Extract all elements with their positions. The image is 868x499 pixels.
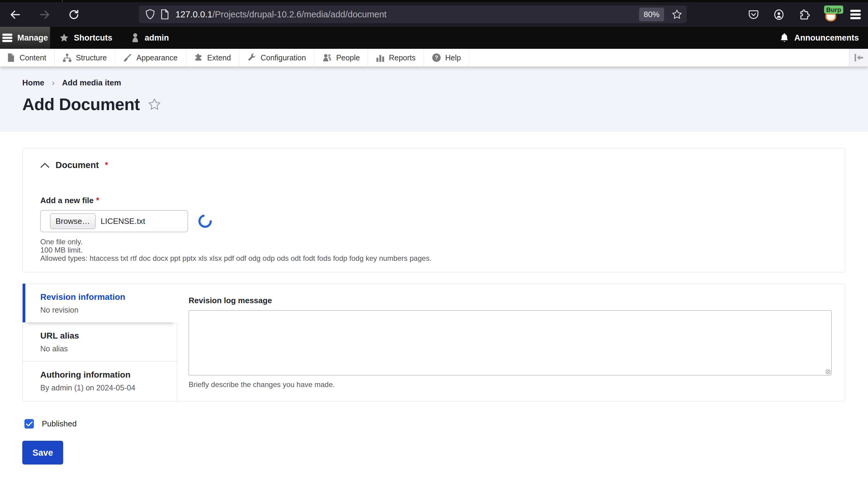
menu-item-label: Structure bbox=[76, 53, 107, 62]
user-icon bbox=[131, 33, 140, 43]
hamburger-icon bbox=[2, 33, 12, 42]
url-bar[interactable]: 127.0.0.1/Projects/drupal-10.2.6/media/a… bbox=[139, 5, 687, 23]
pocket-icon[interactable] bbox=[748, 9, 759, 21]
revision-information-pane: Revision log message Briefly describe th… bbox=[177, 284, 845, 401]
menu-item-reports[interactable]: Reports bbox=[368, 49, 424, 66]
save-button[interactable]: Save bbox=[22, 441, 63, 464]
extensions-puzzle-icon[interactable] bbox=[798, 9, 810, 21]
menu-item-label: Configuration bbox=[261, 53, 306, 62]
document-legend-toggle[interactable]: Document * bbox=[40, 160, 827, 170]
breadcrumb-separator: › bbox=[51, 77, 55, 88]
bookmark-star-icon[interactable] bbox=[671, 9, 682, 20]
collapse-left-icon bbox=[854, 53, 864, 62]
forward-arrow-icon bbox=[38, 9, 51, 21]
upload-progress-spinner bbox=[195, 212, 215, 231]
menu-item-people[interactable]: People bbox=[314, 49, 368, 66]
foxyproxy-extension-icon[interactable]: Burp bbox=[823, 8, 837, 21]
menu-item-label: Extend bbox=[207, 53, 231, 62]
browse-button[interactable]: Browse… bbox=[50, 214, 96, 229]
selected-file-name: LICENSE.txt bbox=[101, 217, 145, 226]
reload-button[interactable] bbox=[67, 8, 81, 21]
file-help-line: One file only. bbox=[40, 238, 827, 246]
browser-toolbar: 127.0.0.1/Projects/drupal-10.2.6/media/a… bbox=[0, 0, 868, 27]
forward-button[interactable] bbox=[38, 8, 51, 21]
breadcrumb-current: Add media item bbox=[62, 78, 121, 87]
shield-icon[interactable] bbox=[145, 9, 155, 20]
toolbar-item-announcements[interactable]: Announcements bbox=[770, 27, 868, 49]
tab-revision-information[interactable]: Revision information No revision bbox=[23, 284, 177, 322]
browser-menu-button[interactable] bbox=[850, 8, 861, 21]
required-asterisk: * bbox=[105, 160, 108, 170]
file-upload-input[interactable]: Browse… LICENSE.txt bbox=[40, 210, 188, 232]
page-header: Home › Add media item Add Document bbox=[0, 66, 868, 132]
menu-item-label: Appearance bbox=[136, 53, 178, 62]
vertical-tabs-menu: Revision information No revision URL ali… bbox=[23, 284, 177, 401]
menu-item-configuration[interactable]: Configuration bbox=[239, 49, 314, 66]
screen: 127.0.0.1/Projects/drupal-10.2.6/media/a… bbox=[0, 0, 868, 499]
drupal-admin-toolbar: Manage Shortcuts admin Announcements bbox=[0, 27, 868, 49]
reload-icon bbox=[68, 9, 80, 21]
document-legend-label: Document bbox=[56, 160, 99, 170]
menu-item-label: People bbox=[336, 53, 360, 62]
people-icon bbox=[322, 53, 332, 62]
url-text[interactable]: 127.0.0.1/Projects/drupal-10.2.6/media/a… bbox=[176, 10, 387, 20]
main-content: Document * Add a new file * Browse… LICE… bbox=[0, 132, 868, 464]
manage-label: Manage bbox=[17, 33, 48, 43]
tab-authoring-information[interactable]: Authoring information By admin (1) on 20… bbox=[23, 362, 177, 400]
tab-summary: By admin (1) on 2024-05-04 bbox=[40, 384, 168, 392]
tab-label: Revision information bbox=[40, 292, 168, 302]
menu-item-appearance[interactable]: Appearance bbox=[115, 49, 186, 66]
menu-item-label: Help bbox=[445, 53, 461, 62]
burp-badge: Burp bbox=[824, 5, 843, 14]
file-help-line: 100 MB limit. bbox=[40, 246, 827, 254]
menu-item-label: Content bbox=[20, 53, 46, 62]
page-info-icon[interactable] bbox=[160, 9, 169, 20]
account-icon[interactable] bbox=[773, 9, 785, 21]
shortcut-star-icon[interactable] bbox=[148, 98, 161, 111]
vertical-tabs: Revision information No revision URL ali… bbox=[22, 283, 845, 401]
url-path: /Projects/drupal-10.2.6/media/add/docume… bbox=[212, 10, 387, 19]
shortcuts-label: Shortcuts bbox=[74, 33, 112, 43]
tab-summary: No alias bbox=[40, 344, 168, 353]
toolbar-item-shortcuts[interactable]: Shortcuts bbox=[50, 27, 121, 49]
tab-url-alias[interactable]: URL alias No alias bbox=[23, 322, 177, 362]
svg-text:?: ? bbox=[435, 54, 438, 61]
star-icon bbox=[59, 33, 69, 43]
zoom-level-badge[interactable]: 80% bbox=[639, 8, 664, 21]
textarea-resize-handle[interactable] bbox=[825, 369, 831, 374]
file-field-description: One file only. 100 MB limit. Allowed typ… bbox=[40, 238, 827, 262]
published-label: Published bbox=[42, 419, 76, 428]
tab-edge-divider bbox=[62, 0, 62, 2]
toolbar-collapse-button[interactable] bbox=[849, 49, 868, 66]
toolbar-item-manage[interactable]: Manage bbox=[0, 27, 50, 49]
required-asterisk: * bbox=[96, 196, 99, 205]
menu-item-content[interactable]: Content bbox=[0, 49, 55, 66]
breadcrumb-home-link[interactable]: Home bbox=[22, 78, 44, 87]
wrench-icon bbox=[247, 53, 257, 62]
toolbar-item-admin-user[interactable]: admin bbox=[121, 27, 178, 49]
menu-item-label: Reports bbox=[389, 53, 416, 62]
bar-chart-icon bbox=[376, 53, 384, 62]
tab-summary: No revision bbox=[40, 306, 168, 315]
paintbrush-icon bbox=[123, 53, 132, 62]
menu-item-help[interactable]: ? Help bbox=[424, 49, 469, 66]
published-field: Published bbox=[24, 419, 845, 428]
tab-label: Authoring information bbox=[40, 370, 168, 380]
file-help-line: Allowed types: htaccess txt rtf doc docx… bbox=[40, 254, 827, 262]
menu-item-extend[interactable]: Extend bbox=[186, 49, 239, 66]
tab-strip bbox=[0, 0, 868, 2]
sitemap-icon bbox=[62, 53, 72, 62]
menu-item-structure[interactable]: Structure bbox=[55, 49, 115, 66]
revision-log-textarea[interactable] bbox=[189, 310, 832, 376]
question-icon: ? bbox=[432, 53, 441, 62]
published-checkbox[interactable] bbox=[24, 419, 34, 428]
back-button[interactable] bbox=[9, 8, 22, 21]
document-fieldset: Document * Add a new file * Browse… LICE… bbox=[22, 148, 845, 272]
breadcrumb: Home › Add media item bbox=[22, 77, 846, 88]
admin-user-label: admin bbox=[145, 33, 169, 43]
drupal-menu-bar: Content Structure Appearance Extend Conf… bbox=[0, 49, 868, 66]
file-icon bbox=[7, 53, 15, 62]
chevron-up-icon bbox=[40, 162, 49, 168]
page-title: Add Document bbox=[22, 95, 140, 114]
checkmark-icon bbox=[26, 421, 33, 427]
